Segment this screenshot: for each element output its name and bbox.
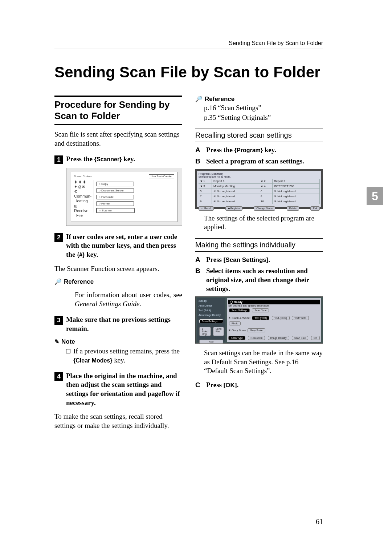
reference-label: Reference (64, 278, 94, 285)
reference2-heading: Reference (195, 96, 323, 103)
program-list-screenshot: Program (Scanner) Select program No. to … (195, 169, 323, 209)
step-4: 4 Place the original in the machine, and… (54, 372, 182, 408)
reference-body: For information about user codes, see Ge… (75, 291, 182, 308)
step-2-post: key. (85, 251, 98, 258)
note-label: Note (61, 338, 75, 345)
reference2-line1: p.16 “Scan Settings” (204, 104, 323, 113)
section-heading: Procedure for Sending by Scan to Folder (54, 96, 182, 125)
intro-paragraph: Scan file is sent after specifying scan … (54, 130, 182, 148)
recall-subhead: Recalling stored scan settings (195, 129, 323, 142)
panel-icon-area: ⬍ ⬍ ⬍✦ ⎙ ✉⟲ Commun- icating⊞ Receive Fil… (74, 180, 94, 212)
indiv-step-b: B Select items such as resolution and or… (195, 267, 323, 293)
panel-doc-button: ○ Document Server (96, 188, 134, 193)
reference-icon (54, 278, 62, 285)
step-1-post: key. (122, 155, 135, 163)
recall-step-b: B Select a program of scan settings. (195, 157, 323, 166)
square-bullet-icon (66, 349, 70, 353)
hash-keycap: {#} (77, 252, 85, 258)
step-2-followup: The Scanner Function screen appears. (54, 264, 182, 274)
clear-modes-keycap: {Clear Modes} (73, 357, 113, 364)
step-3-text: Make sure that no previous settings rema… (66, 315, 182, 333)
panel-printer-button: ○ Printer (96, 201, 134, 206)
note-bullet: If a previous setting remains, press the… (66, 347, 182, 365)
step-1: 1 Press the {Scanner} key. (54, 155, 182, 164)
screen-contrast-label: Screen Contrast (74, 175, 93, 178)
reference2-label: Reference (205, 96, 234, 103)
step-number-icon: 3 (54, 316, 63, 325)
scan-settings-screenshot: 200 dpi Auto Detect Text (Print) Auto Im… (195, 296, 323, 344)
step-number-icon: 2 (54, 233, 63, 242)
control-panel-figure: Screen Contrast User Tools/Counter ⬍ ⬍ ⬍… (66, 168, 182, 226)
ok-ui: [OK] (224, 382, 237, 389)
program-keycap: {Program} (234, 147, 263, 153)
panel-fax-button: ○ Facsimile (96, 195, 134, 199)
indiv-step-a: A Press [Scan Settings]. (195, 255, 323, 264)
note-icon (54, 338, 59, 345)
page-title: Sending Scan File by Scan to Folder (54, 64, 323, 81)
indiv-after: Scan settings can be made in the same wa… (204, 349, 323, 376)
step-1-pre: Press the (66, 155, 94, 163)
running-head: Sending Scan File by Scan to Folder (54, 40, 323, 49)
panel-scanner-button: ○ Scanner (96, 208, 135, 213)
panel-copy-button: ○ Copy (96, 182, 134, 186)
step-4-followup: To make the scan settings, recall stored… (54, 412, 182, 430)
step-2: 2 If user codes are set, enter a user co… (54, 232, 182, 259)
reference2-line2: p.35 “Setting Originals” (204, 113, 323, 122)
step-number-icon: 1 (54, 155, 63, 164)
step-4-text: Place the original in the machine, and t… (66, 372, 182, 408)
page-number: 61 (316, 518, 323, 526)
recall-after: The settings of the selected program are… (204, 214, 323, 232)
reference-heading: Reference (54, 278, 182, 285)
scan-settings-ui: [Scan Settings] (224, 256, 269, 263)
step-number-icon: 4 (54, 372, 63, 381)
step-3: 3 Make sure that no previous settings re… (54, 315, 182, 333)
scanner-keycap: {Scanner} (94, 156, 122, 162)
recall-step-a: A Press the {Program} key. (195, 146, 323, 155)
user-tools-label: User Tools/Counter (149, 174, 174, 178)
note-heading: Note (54, 338, 182, 345)
indiv-step-c: C Press [OK]. (195, 381, 323, 390)
indiv-subhead: Making the settings individually (195, 238, 323, 252)
chapter-tab: 5 (367, 187, 383, 205)
reference-icon (195, 96, 203, 103)
